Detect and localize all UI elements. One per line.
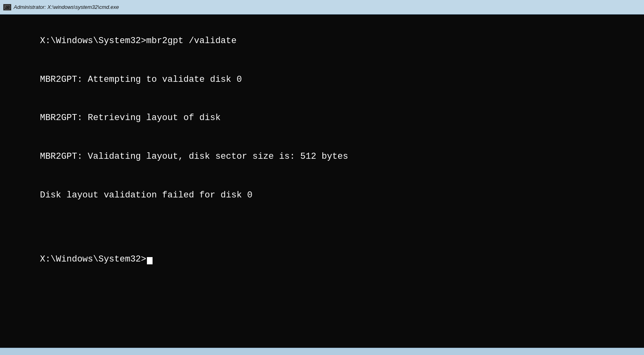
terminal-line-4: MBR2GPT: Validating layout, disk sector …	[40, 152, 348, 162]
cmd-icon	[3, 4, 11, 10]
title-bar: Administrator: X:\windows\system32\cmd.e…	[0, 0, 644, 15]
title-bar-text: Administrator: X:\windows\system32\cmd.e…	[14, 4, 119, 10]
bottom-bar	[0, 348, 644, 355]
window-frame: Administrator: X:\windows\system32\cmd.e…	[0, 0, 644, 355]
terminal-output: X:\Windows\System32>mbr2gpt /validate MB…	[8, 22, 636, 279]
terminal-line-3: MBR2GPT: Retrieving layout of disk	[40, 113, 221, 123]
terminal-line-5: Disk layout validation failed for disk 0	[40, 190, 252, 200]
terminal-prompt: X:\Windows\System32>	[40, 254, 146, 264]
terminal-line-2: MBR2GPT: Attempting to validate disk 0	[40, 75, 242, 85]
terminal-area[interactable]: X:\Windows\System32>mbr2gpt /validate MB…	[0, 15, 644, 348]
terminal-line-1: X:\Windows\System32>mbr2gpt /validate	[40, 36, 236, 46]
cursor	[147, 257, 153, 264]
